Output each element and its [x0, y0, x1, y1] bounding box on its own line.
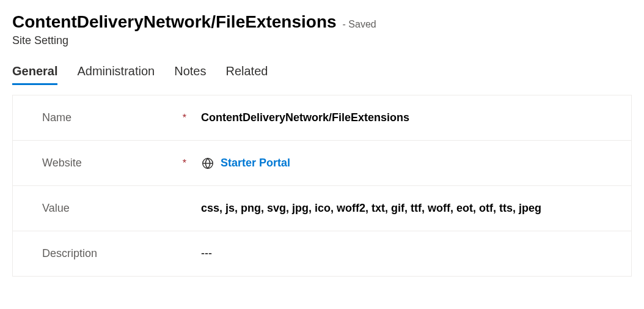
page-title: ContentDeliveryNetwork/FileExtensions	[12, 12, 337, 32]
globe-icon	[201, 157, 214, 170]
website-field[interactable]: Starter Portal	[201, 157, 631, 170]
value-field[interactable]: css, js, png, svg, jpg, ico, woff2, txt,…	[201, 202, 631, 215]
title-row: ContentDeliveryNetwork/FileExtensions - …	[12, 12, 632, 32]
website-link[interactable]: Starter Portal	[221, 157, 290, 169]
tab-notes[interactable]: Notes	[174, 64, 206, 85]
form-row-name: Name * ContentDeliveryNetwork/FileExtens…	[13, 95, 631, 141]
required-indicator: *	[183, 113, 186, 124]
form-row-website: Website * Starter Portal	[13, 141, 631, 186]
form-label-value: Value	[42, 202, 201, 215]
required-indicator: *	[183, 158, 186, 169]
form-label-website: Website *	[42, 157, 201, 169]
form-row-value: Value css, js, png, svg, jpg, ico, woff2…	[13, 186, 631, 231]
tabs: General Administration Notes Related	[12, 64, 632, 85]
form-panel: Name * ContentDeliveryNetwork/FileExtens…	[12, 95, 632, 277]
page-header: ContentDeliveryNetwork/FileExtensions - …	[12, 12, 632, 47]
tab-general[interactable]: General	[12, 64, 57, 85]
tab-related[interactable]: Related	[225, 64, 268, 85]
page-subtitle: Site Setting	[12, 34, 632, 47]
form-label-description: Description	[42, 247, 201, 260]
form-row-description: Description ---	[13, 231, 631, 277]
description-field[interactable]: ---	[201, 247, 631, 260]
tab-administration[interactable]: Administration	[77, 64, 155, 85]
saved-badge: - Saved	[343, 19, 376, 30]
form-label-name: Name *	[42, 111, 201, 124]
name-field[interactable]: ContentDeliveryNetwork/FileExtensions	[201, 111, 631, 124]
